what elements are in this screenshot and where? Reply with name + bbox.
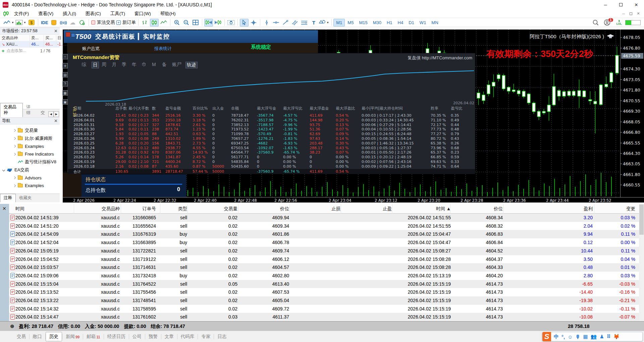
nav-item-交易量[interactable]: 交易量	[13, 127, 38, 134]
history-col-3[interactable]: 类型	[162, 206, 187, 212]
cloud-icon[interactable]: ☁	[68, 19, 77, 26]
timeframe-H4[interactable]: H4	[395, 19, 406, 26]
lvl-icon[interactable]: ⬆LVL	[616, 20, 622, 25]
zoom-out-icon[interactable]	[182, 19, 191, 26]
tabs-scroll-right[interactable]: ▶	[54, 111, 59, 117]
sogou-icon-7[interactable]: ⠿	[607, 334, 611, 340]
child-minimize-button[interactable]: ─	[620, 11, 627, 17]
timeframe-MN[interactable]: MN	[429, 19, 441, 26]
minimize-button[interactable]: ─	[598, 0, 613, 9]
mtc-side-icon-2[interactable]: ▤	[62, 72, 68, 77]
history-col-8[interactable]: 时间 ▲	[394, 206, 451, 212]
sogou-icon-8[interactable]: 🦊	[613, 334, 620, 340]
bottom-tab-公司[interactable]: 公司	[129, 332, 145, 341]
timeframe-M30[interactable]: M30	[370, 19, 384, 26]
bottom-tab-日志[interactable]: 日志	[214, 332, 230, 341]
bottom-tab-敞口[interactable]: 敞口	[30, 332, 45, 341]
sogou-icon-2[interactable]: ☺	[568, 334, 573, 340]
mtc-tab-综[interactable]: 综	[82, 62, 86, 68]
history-col-5[interactable]: 价位	[240, 206, 289, 212]
tile-windows-icon[interactable]	[191, 19, 200, 26]
menu-插入(I)[interactable]: 插入(I)	[58, 11, 81, 17]
history-col-1[interactable]: 交易品种	[75, 206, 120, 212]
menu-查看(V)[interactable]: 查看(V)	[34, 11, 58, 17]
zoom-in-icon[interactable]	[172, 19, 181, 26]
mtc-tab-备[interactable]: 备	[162, 62, 167, 68]
menu-窗口(W)[interactable]: 窗口(W)	[130, 11, 156, 17]
chart-shift-icon[interactable]	[214, 19, 222, 26]
mtc-tab-账尸[interactable]: 账尸	[172, 62, 181, 68]
nav-item-Free Indicators[interactable]: Free Indicators	[13, 151, 54, 158]
mtc-brand-link[interactable]: 复盘侠 http://MTCommander.com	[408, 55, 472, 61]
mtc-side-icon-1[interactable]: ✛	[62, 63, 68, 68]
sogou-input-bar[interactable]: S中°,☺🎙▦👥♟⠿🦊	[542, 332, 643, 341]
cursor-icon[interactable]	[240, 19, 249, 26]
market-watch-tab-2[interactable]: 交	[37, 109, 48, 117]
sogou-icon-1[interactable]: °,	[561, 334, 565, 340]
menu-帮助(H)[interactable]: 帮助(H)	[156, 11, 180, 17]
table-scrollbar[interactable]	[639, 204, 644, 321]
indicators-icon[interactable]: ▼	[15, 19, 26, 26]
shapes-tool-icon[interactable]: ▼	[319, 19, 329, 26]
tabs-scroll-left[interactable]: ◀	[48, 111, 54, 117]
search-icon[interactable]	[592, 19, 599, 26]
market-watch-add-row[interactable]: +点击添加...1 / 76	[0, 48, 60, 54]
nav-item-比尔·威廉姆斯[interactable]: 比尔·威廉姆斯	[13, 135, 52, 142]
history-col-0[interactable]: 时间	[15, 206, 76, 212]
mtc-tab-M[interactable]: M	[152, 62, 156, 67]
child-close-button[interactable]: ✕	[635, 11, 642, 17]
mtc-tab-巾[interactable]: 巾	[142, 62, 147, 68]
chart-line-type-icon[interactable]: ▼	[3, 19, 14, 26]
timeframe-H1[interactable]: H1	[384, 19, 395, 26]
mtc-tab-月[interactable]: 月	[112, 62, 116, 68]
nav-item-盈亏统计指标V8[interactable]: 盈亏统计指标V8	[13, 159, 56, 165]
nav-item-Advisors[interactable]: Advisors	[13, 174, 42, 181]
bottom-tab-经济日历[interactable]: 经济日历	[104, 332, 129, 341]
market-watch-tab-0[interactable]: 交易品种	[0, 103, 23, 117]
history-col-11[interactable]: 变更	[596, 206, 635, 212]
screenshot-icon[interactable]	[227, 19, 235, 26]
bottom-tab-交易[interactable]: 交易	[13, 332, 29, 341]
sogou-icon-4[interactable]: ▦	[583, 334, 588, 340]
t500-tab-report-stats[interactable]: 报表统计	[154, 46, 172, 52]
sogou-icon-0[interactable]: 中	[554, 334, 559, 340]
maximize-button[interactable]	[613, 0, 629, 9]
toolbox-close-icon[interactable]: ✕	[2, 206, 6, 211]
navigator-tab-注释[interactable]: 注释	[0, 194, 16, 202]
candle-style-icon[interactable]	[150, 19, 159, 26]
nav-item-Examples[interactable]: Examples	[13, 143, 44, 150]
bottom-tab-预警[interactable]: 预警	[145, 332, 161, 341]
navigator-close-icon[interactable]: ✕	[54, 118, 58, 123]
mtc-side-icon-3[interactable]: ?	[62, 81, 68, 87]
navigator-tab-收藏夹[interactable]: 收藏夹	[16, 194, 35, 202]
nav-item-EA交易[interactable]: EA交易	[3, 167, 29, 173]
horizontal-line-tool-icon[interactable]	[272, 19, 280, 26]
bottom-tab-历史[interactable]: 历史	[46, 332, 62, 341]
nav-item-Examples[interactable]: Examples	[13, 182, 44, 189]
mtc-tab-周[interactable]: 周	[102, 62, 106, 68]
bottom-tab-代码库[interactable]: 代码库	[177, 332, 198, 341]
sogou-icon-3[interactable]: 🎙	[576, 334, 581, 340]
menu-工具(T)[interactable]: 工具(T)	[106, 11, 130, 17]
algo-trading-button[interactable]: 算法交易	[91, 19, 115, 26]
auto-scroll-icon[interactable]	[204, 19, 213, 26]
mtc-tab-季[interactable]: 季	[122, 62, 126, 68]
child-restore-button[interactable]	[627, 11, 635, 17]
history-col-6[interactable]: 止损	[291, 206, 340, 212]
mtc-side-icon-5[interactable]: ▣	[62, 99, 68, 105]
account-icon[interactable]: 1	[604, 19, 611, 26]
close-button[interactable]: ✕	[629, 0, 644, 9]
timeframe-M1[interactable]: M1	[333, 19, 345, 26]
history-col-2[interactable]: 订单号	[122, 206, 156, 212]
bottom-tab-文章[interactable]: 文章	[161, 332, 177, 341]
channel-tool-icon[interactable]	[290, 19, 299, 26]
vps-icon[interactable]	[78, 19, 87, 26]
history-col-10[interactable]: 盈利	[505, 206, 593, 212]
mtc-side-icon-0[interactable]: −	[62, 54, 68, 59]
t500-tab-account-overview[interactable]: 账户总览	[82, 46, 100, 52]
market-watch-symbol-row[interactable]: ↘XAU...46...46...-1...	[0, 41, 60, 48]
mtc-tab-年[interactable]: 年	[132, 62, 137, 68]
market-watch-close-icon[interactable]: ✕	[54, 28, 58, 34]
history-col-7[interactable]: 止盈	[342, 206, 392, 212]
line-style-icon[interactable]	[159, 19, 168, 26]
